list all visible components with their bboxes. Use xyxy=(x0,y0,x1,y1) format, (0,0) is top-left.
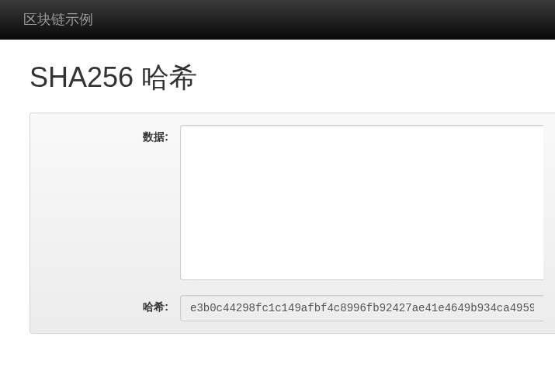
hash-label: 哈希: xyxy=(42,295,180,321)
navbar: 区块链示例 xyxy=(0,0,555,40)
hash-row: 哈希: xyxy=(42,295,543,321)
data-control-wrap xyxy=(180,125,543,283)
navbar-brand[interactable]: 区块链示例 xyxy=(23,10,93,29)
data-input[interactable] xyxy=(180,125,543,280)
data-label: 数据: xyxy=(42,125,180,283)
hash-control-wrap xyxy=(180,295,543,321)
hash-panel: 数据: 哈希: xyxy=(29,113,555,334)
main-container: SHA256 哈希 数据: 哈希: xyxy=(0,40,555,349)
page-title: SHA256 哈希 xyxy=(29,59,555,97)
hash-output xyxy=(180,295,543,321)
data-row: 数据: xyxy=(42,125,543,283)
